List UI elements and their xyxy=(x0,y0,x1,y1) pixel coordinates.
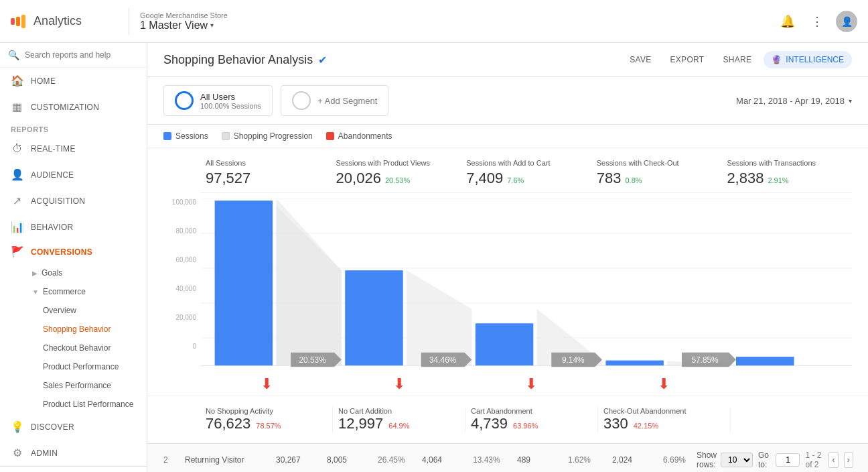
arrow-col-3: ⬇ xyxy=(465,375,598,393)
sidebar-item-discover[interactable]: 💡 DISCOVER xyxy=(0,414,147,440)
more-options-button[interactable]: ⋮ xyxy=(806,11,828,32)
sidebar-item-behavior[interactable]: 📊 BEHAVIOR xyxy=(0,214,147,240)
down-arrow-4-icon: ⬇ xyxy=(658,375,670,393)
prev-page-button[interactable]: ‹ xyxy=(828,452,838,468)
logo-bar-red xyxy=(11,18,15,25)
sidebar-item-realtime[interactable]: ⏱ REAL-TIME xyxy=(0,136,147,162)
metric-col-5-empty xyxy=(731,407,852,432)
svg-rect-12 xyxy=(215,200,273,365)
search-icon: 🔍 xyxy=(8,50,19,60)
down-arrows-row: ⬇ ⬇ ⬇ ⬇ xyxy=(200,373,852,396)
intelligence-button[interactable]: 🔮 INTELLIGENCE xyxy=(764,51,852,68)
goals-section: ▶ Goals xyxy=(0,263,147,282)
arrow-col-4: ⬇ xyxy=(597,375,730,393)
sidebar-item-admin[interactable]: ⚙ ADMIN xyxy=(0,440,147,466)
store-info: Google Merchandise Store 1 Master View ▾ xyxy=(140,11,228,32)
svg-marker-8 xyxy=(277,198,342,365)
svg-marker-9 xyxy=(407,270,472,365)
sidebar-item-shopping-behavior[interactable]: Shopping Behavior xyxy=(32,320,147,339)
avatar[interactable]: 👤 xyxy=(836,11,857,32)
svg-text:9.14%: 9.14% xyxy=(562,355,585,365)
audience-icon: 👤 xyxy=(11,168,24,181)
all-users-segment[interactable]: All Users 100.00% Sessions xyxy=(163,85,273,116)
page-header: Shopping Behavior Analysis ✔ SAVE EXPORT… xyxy=(147,43,868,77)
sidebar-item-customization[interactable]: ▦ CUSTOMIZATION xyxy=(0,94,147,120)
home-icon: 🏠 xyxy=(11,74,24,87)
add-segment-label: + Add Segment xyxy=(317,96,377,106)
funnel-col-3-header: Sessions with Add to Cart 7,409 7.6% xyxy=(461,159,591,187)
search-bar: 🔍 xyxy=(0,43,147,68)
sidebar-item-sales-performance[interactable]: Sales Performance xyxy=(32,376,147,395)
collapse-sidebar-button[interactable]: ◀ xyxy=(0,467,147,472)
arrow-col-5-empty xyxy=(730,375,852,393)
behavior-icon: 📊 xyxy=(11,221,24,233)
notifications-button[interactable]: 🔔 xyxy=(777,11,798,32)
logo-bar-orange xyxy=(16,17,20,26)
sidebar-item-acquisition[interactable]: ↗ ACQUISITION xyxy=(0,188,147,214)
sidebar-item-conversions[interactable]: 🚩 CONVERSIONS xyxy=(0,240,147,263)
add-segment-pill[interactable]: + Add Segment xyxy=(281,85,388,116)
segment-pills: All Users 100.00% Sessions + Add Segment xyxy=(163,85,388,116)
sidebar-item-overview[interactable]: Overview xyxy=(32,301,147,320)
funnel-headers: All Sessions 97,527 Sessions with Produc… xyxy=(200,159,852,193)
svg-rect-13 xyxy=(345,270,403,365)
chart-svg-wrapper: 20.53% 34.46% 9.14% xyxy=(200,198,852,373)
abandonments-dot-icon xyxy=(326,132,334,140)
save-button[interactable]: SAVE xyxy=(623,51,658,68)
next-page-button[interactable]: › xyxy=(844,452,853,468)
logo-area: Analytics xyxy=(11,14,118,28)
sidebar-item-audience[interactable]: 👤 AUDIENCE xyxy=(0,162,147,188)
funnel-col-4-header: Sessions with Check-Out 783 0.8% xyxy=(591,159,722,187)
sidebar-item-ecommerce[interactable]: ▼ Ecommerce xyxy=(21,282,147,301)
top-bar-actions: 🔔 ⋮ 👤 xyxy=(777,11,857,32)
goto-label: Go to: xyxy=(758,451,770,469)
add-segment-circle xyxy=(292,91,311,110)
metric-col-1: No Shopping Activity 76,623 78.57% xyxy=(200,407,333,432)
conversions-icon: 🚩 xyxy=(11,245,24,258)
svg-text:57.85%: 57.85% xyxy=(691,355,719,365)
store-view-selector[interactable]: 1 Master View ▾ xyxy=(140,19,228,32)
main-layout: 🔍 🏠 HOME ▦ CUSTOMIZATION Reports ⏱ REAL-… xyxy=(0,43,868,472)
analytics-logo-icon xyxy=(11,15,25,28)
segment-sub: 100.00% Sessions xyxy=(200,102,261,110)
customization-icon: ▦ xyxy=(11,101,24,113)
rows-per-page-select[interactable]: 10 25 50 xyxy=(721,453,753,467)
sidebar-item-goals[interactable]: ▶ Goals xyxy=(21,263,147,282)
funnel-col-5-header: Sessions with Transactions 2,838 2.91% xyxy=(721,159,852,187)
share-button[interactable]: SHARE xyxy=(716,51,758,68)
funnel-svg: 20.53% 34.46% 9.14% xyxy=(200,198,852,373)
segment-info: All Users 100.00% Sessions xyxy=(200,92,261,110)
intelligence-icon: 🔮 xyxy=(772,55,782,64)
top-bar: Analytics Google Merchandise Store 1 Mas… xyxy=(0,0,868,43)
legend-progression: Shopping Progression xyxy=(222,131,313,141)
sidebar-item-product-performance[interactable]: Product Performance xyxy=(32,357,147,376)
arrow-col-1: ⬇ xyxy=(200,375,333,393)
svg-rect-16 xyxy=(736,357,794,365)
date-range-selector[interactable]: Mar 21, 2018 - Apr 19, 2018 ▾ xyxy=(736,96,852,106)
search-input[interactable] xyxy=(25,50,139,60)
goto-page-input[interactable] xyxy=(776,453,800,467)
divider xyxy=(129,8,129,35)
legend-abandonments: Abandonments xyxy=(326,131,392,141)
segment-circle-icon xyxy=(175,91,194,110)
page-info: 1 - 2 of 2 xyxy=(805,451,823,469)
realtime-icon: ⏱ xyxy=(11,143,24,155)
funnel-col-2-header: Sessions with Product Views 20,026 20.53… xyxy=(331,159,461,187)
discover-icon: 💡 xyxy=(11,420,24,433)
bottom-metrics: No Shopping Activity 76,623 78.57% No Ca… xyxy=(147,396,868,443)
show-rows: Show rows: 10 25 50 xyxy=(697,451,753,469)
export-button[interactable]: EXPORT xyxy=(664,51,711,68)
arrow-col-2: ⬇ xyxy=(333,375,465,393)
sidebar-item-home[interactable]: 🏠 HOME xyxy=(0,68,147,94)
y-axis: 100,000 80,000 60,000 40,000 20,000 0 xyxy=(163,198,200,353)
expand-icon-ecommerce: ▼ xyxy=(32,288,39,296)
admin-icon: ⚙ xyxy=(11,447,24,459)
sidebar-item-checkout-behavior[interactable]: Checkout Behavior xyxy=(32,339,147,357)
svg-text:20.53%: 20.53% xyxy=(299,355,326,365)
sidebar-footer: ◀ xyxy=(0,466,147,472)
sidebar: 🔍 🏠 HOME ▦ CUSTOMIZATION Reports ⏱ REAL-… xyxy=(0,43,147,472)
metric-col-4: Check-Out Abandonment 330 42.15% xyxy=(598,407,731,432)
sidebar-item-product-list-performance[interactable]: Product List Performance xyxy=(32,395,147,414)
pagination: Show rows: 10 25 50 Go to: 1 - 2 of 2 ‹ … xyxy=(697,451,853,469)
sessions-dot-icon xyxy=(163,132,171,140)
